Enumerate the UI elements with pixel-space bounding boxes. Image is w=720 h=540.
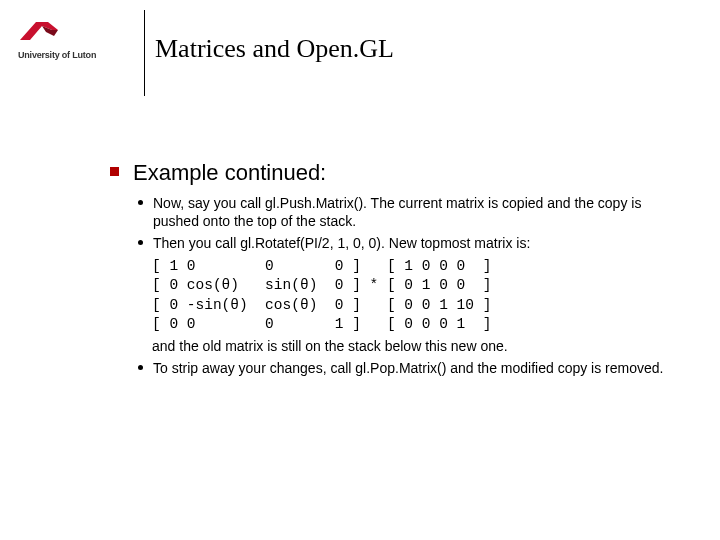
header: University of Luton Matrices and Open.GL — [18, 18, 394, 96]
svg-line-15 — [0, 515, 150, 522]
bullet-2-text: Then you call gl.Rotatef(PI/2, 1, 0, 0).… — [153, 234, 530, 252]
matrix-block: [ 1 0 0 0 ] [ 1 0 0 0 ] [ 0 cos(θ) sin(θ… — [152, 257, 670, 335]
svg-rect-17 — [150, 400, 210, 540]
slide: University of Luton Matrices and Open.GL… — [0, 0, 720, 540]
bullet-1-text: Now, say you call gl.Push.Matrix(). The … — [153, 194, 670, 230]
dot-bullet-icon — [138, 240, 143, 245]
matrix-row-2: [ 0 cos(θ) sin(θ) 0 ] * [ 0 1 0 0 ] — [152, 277, 491, 293]
logo: University of Luton — [18, 18, 138, 60]
logo-text: University of Luton — [18, 50, 138, 60]
bullet-4: To strip away your changes, call gl.Pop.… — [134, 359, 670, 377]
sub-list: Now, say you call gl.Push.Matrix(). The … — [134, 194, 670, 377]
heading-row: Example continued: — [110, 160, 670, 186]
bullet-3-suffix: and the old matrix is still on the stack… — [152, 337, 670, 355]
dot-bullet-icon — [138, 365, 143, 370]
svg-rect-18 — [160, 450, 200, 540]
header-divider — [144, 10, 145, 96]
dot-bullet-icon — [138, 200, 143, 205]
svg-marker-2 — [0, 345, 65, 540]
svg-line-14 — [0, 490, 150, 502]
bullet-4-text: To strip away your changes, call gl.Pop.… — [153, 359, 663, 377]
heading-text: Example continued: — [133, 160, 326, 186]
bullet-2: Then you call gl.Rotatef(PI/2, 1, 0, 0).… — [134, 234, 670, 252]
svg-line-13 — [0, 465, 150, 480]
logo-icon — [18, 18, 62, 46]
slide-title: Matrices and Open.GL — [155, 18, 394, 64]
matrix-row-3: [ 0 -sin(θ) cos(θ) 0 ] [ 0 0 1 10 ] — [152, 297, 491, 313]
bullet-1: Now, say you call gl.Push.Matrix(). The … — [134, 194, 670, 230]
square-bullet-icon — [110, 167, 119, 176]
matrix-row-4: [ 0 0 0 1 ] [ 0 0 0 1 ] — [152, 316, 491, 332]
svg-line-12 — [0, 440, 150, 460]
matrix-row-1: [ 1 0 0 0 ] [ 1 0 0 0 ] — [152, 258, 491, 274]
content: Example continued: Now, say you call gl.… — [110, 160, 670, 381]
